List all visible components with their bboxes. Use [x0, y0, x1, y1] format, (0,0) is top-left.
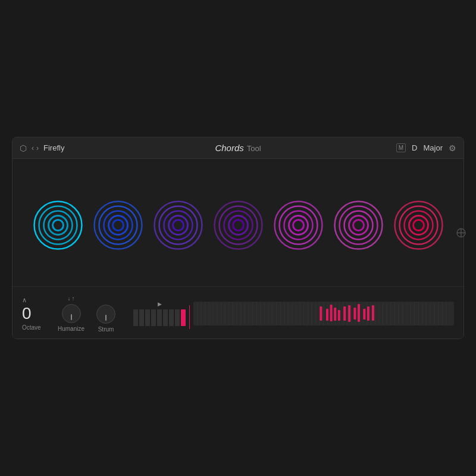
seq-block[interactable]	[175, 309, 180, 326]
svg-point-0	[34, 201, 82, 249]
arrow-down-icon: ↓	[68, 295, 71, 302]
octave-control: ∧ 0 Octave	[22, 296, 46, 331]
svg-point-10	[154, 201, 202, 249]
bottom-controls: ∧ 0 Octave ↓ ↑ Humanize Strum	[12, 286, 464, 339]
humanize-knob[interactable]	[62, 304, 81, 323]
svg-point-31	[399, 206, 437, 244]
piano-note-roll[interactable]	[193, 302, 454, 325]
svg-point-3	[48, 215, 67, 234]
svg-point-29	[353, 220, 364, 230]
svg-point-14	[173, 220, 183, 230]
seq-block[interactable]	[133, 309, 138, 326]
chevron-up-icon[interactable]: ∧	[22, 296, 27, 304]
seq-block[interactable]	[163, 309, 168, 326]
seq-block[interactable]	[169, 309, 174, 326]
seq-block[interactable]	[151, 309, 156, 326]
seq-block[interactable]	[157, 309, 162, 326]
app-title-sub: Tool	[247, 144, 261, 153]
chord-pad-1[interactable]	[33, 200, 83, 250]
arrow-up-icon: ↑	[72, 295, 75, 302]
svg-point-13	[168, 215, 187, 234]
svg-point-25	[334, 201, 382, 249]
key-label[interactable]: D	[412, 143, 417, 152]
play-button[interactable]: ▶	[158, 301, 162, 307]
chord-pad-2[interactable]	[93, 200, 143, 250]
svg-point-30	[394, 201, 442, 249]
chord-pad-5[interactable]	[273, 200, 324, 250]
svg-point-9	[112, 220, 123, 230]
scale-label[interactable]: Major	[423, 143, 443, 152]
seq-block[interactable]	[139, 309, 144, 326]
svg-rect-111	[348, 305, 350, 322]
chords-area	[12, 159, 464, 286]
svg-point-4	[52, 220, 63, 230]
svg-point-20	[274, 201, 322, 249]
svg-rect-105	[320, 306, 322, 321]
svg-point-21	[279, 206, 317, 244]
nav-forward-button[interactable]: ›	[36, 144, 39, 152]
sequencer-section: ▶	[133, 301, 186, 326]
svg-point-24	[293, 220, 303, 230]
preset-name: Firefly	[43, 143, 64, 152]
seq-block[interactable]	[145, 309, 150, 326]
settings-icon[interactable]: ⚙	[449, 143, 456, 153]
svg-rect-106	[326, 309, 328, 321]
svg-rect-109	[338, 310, 340, 321]
layout-icon[interactable]	[456, 227, 464, 240]
octave-value: 0	[22, 305, 32, 322]
nav-back-button[interactable]: ‹	[32, 144, 34, 152]
piano-roll-area: ▶	[133, 296, 454, 331]
cube-icon: ⬡	[20, 143, 27, 153]
strum-knob[interactable]	[96, 305, 115, 324]
svg-point-26	[339, 206, 377, 244]
svg-rect-108	[334, 308, 336, 321]
mini-sequencer	[133, 309, 186, 326]
svg-point-6	[99, 206, 137, 244]
header-right: M D Major ⚙	[396, 143, 456, 153]
main-content: ∧ 0 Octave ↓ ↑ Humanize Strum	[12, 159, 464, 339]
chord-pad-4[interactable]	[213, 200, 264, 250]
svg-point-18	[228, 215, 248, 234]
humanize-arrows: ↓ ↑	[68, 295, 75, 302]
chord-pad-6[interactable]	[333, 200, 384, 250]
svg-point-28	[349, 215, 368, 234]
svg-point-34	[413, 220, 424, 230]
midi-icon: M	[396, 143, 406, 152]
svg-rect-113	[358, 304, 360, 322]
playhead-cursor	[189, 305, 190, 329]
header-title: Chords Tool	[215, 143, 261, 153]
svg-rect-112	[353, 308, 356, 320]
svg-point-16	[219, 206, 257, 244]
nav-arrows: ‹ ›	[32, 144, 39, 152]
svg-point-15	[214, 201, 262, 249]
humanize-control: ↓ ↑ Humanize	[58, 295, 84, 332]
header: ⬡ ‹ › Firefly Chords Tool M D Major ⚙	[12, 137, 464, 159]
svg-point-8	[108, 215, 127, 234]
svg-point-1	[39, 206, 77, 244]
svg-point-23	[289, 215, 308, 234]
svg-rect-114	[363, 309, 365, 320]
humanize-label: Humanize	[58, 325, 84, 332]
chord-pad-3[interactable]	[153, 200, 203, 250]
chord-pad-7[interactable]	[393, 200, 444, 250]
strum-label: Strum	[98, 326, 114, 333]
svg-rect-115	[367, 306, 369, 321]
svg-rect-107	[330, 305, 333, 321]
svg-rect-110	[343, 306, 346, 321]
svg-point-19	[233, 220, 243, 230]
header-left: ⬡ ‹ › Firefly	[20, 143, 64, 153]
svg-point-5	[94, 201, 142, 249]
svg-point-33	[409, 215, 428, 234]
octave-label: Octave	[22, 324, 41, 331]
app-title-main: Chords	[215, 143, 243, 153]
seq-block-active[interactable]	[181, 309, 186, 326]
plugin-window: ⬡ ‹ › Firefly Chords Tool M D Major ⚙	[12, 137, 464, 339]
svg-rect-116	[372, 305, 374, 321]
svg-point-11	[159, 206, 197, 244]
strum-control: Strum	[96, 294, 115, 333]
